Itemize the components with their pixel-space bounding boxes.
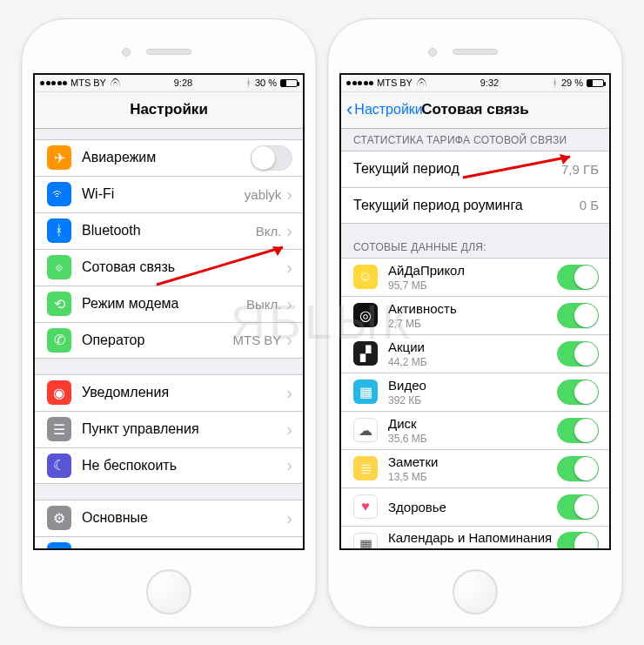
row-notifications[interactable]: ◉ Уведомления › <box>35 374 303 411</box>
row-general[interactable]: ⚙ Основные › <box>35 500 303 536</box>
row-bluetooth[interactable]: ᚼ Bluetooth Вкл. › <box>35 212 303 249</box>
app-switch[interactable] <box>557 341 599 366</box>
cellular-icon: ⟐ <box>47 255 71 279</box>
app-name: Акции <box>388 339 557 354</box>
back-label: Настройки <box>354 102 422 118</box>
row-airplane[interactable]: ✈ Авиарежим <box>35 139 303 176</box>
home-button[interactable] <box>146 569 191 615</box>
app-row[interactable]: ▦Видео392 КБ <box>341 373 609 411</box>
app-name: Активность <box>388 301 557 316</box>
app-icon: ♥ <box>353 494 378 519</box>
status-bar: MTS BY 9:32 ᚼ 29 % <box>341 75 609 92</box>
bluetooth-icon: ᚼ <box>552 77 558 89</box>
chevron-right-icon: › <box>286 508 292 528</box>
row-label: Не беспокоить <box>82 458 286 474</box>
app-row[interactable]: ≣Заметки13,5 МБ <box>341 449 609 487</box>
row-hotspot[interactable]: ⟲ Режим модема Выкл. › <box>35 286 303 322</box>
phone-camera <box>428 48 437 57</box>
row-cellular[interactable]: ⟐ Сотовая связь › <box>35 249 303 286</box>
airplane-icon: ✈ <box>47 145 71 170</box>
page-title: Настройки <box>130 101 208 118</box>
battery-icon <box>280 79 298 87</box>
screen-left: MTS BY 9:28 ᚼ 30 % Настройки ✈ Авиарежим <box>33 73 305 550</box>
bluetooth-icon: ᚼ <box>245 77 252 89</box>
app-size: 95,7 МБ <box>388 279 557 292</box>
phone-speaker <box>453 49 498 55</box>
chevron-right-icon: › <box>286 420 292 440</box>
chevron-right-icon: › <box>286 330 292 350</box>
chevron-left-icon: ‹ <box>346 100 352 119</box>
row-label: Сотовая связь <box>82 259 286 275</box>
phone-speaker <box>146 49 191 55</box>
back-button[interactable]: ‹ Настройки <box>346 100 423 119</box>
row-label: Bluetooth <box>82 223 256 239</box>
battery-icon <box>587 79 604 87</box>
app-icon: ▦ <box>353 533 378 548</box>
row-control-center[interactable]: ☰ Пункт управления › <box>35 411 303 447</box>
wifi-icon <box>110 78 121 87</box>
app-switch[interactable] <box>557 418 599 443</box>
nav-header: ‹ Настройки Сотовая связь <box>341 92 609 129</box>
chevron-right-icon: › <box>286 294 292 314</box>
wifi-settings-icon: ᯤ <box>47 182 71 206</box>
nav-header: Настройки <box>35 92 303 129</box>
row-value: 0 Б <box>580 198 599 212</box>
app-row[interactable]: ◎Активность2,7 МБ <box>341 296 609 334</box>
app-name: Календарь и Напоминания <box>388 530 557 545</box>
carrier-label: MTS BY <box>377 77 413 88</box>
row-label: Текущий период роуминга <box>353 198 580 213</box>
app-size: 13,5 МБ <box>388 471 557 483</box>
row-value: yablyk <box>245 187 282 202</box>
chevron-right-icon: › <box>286 185 292 205</box>
battery-pct: 30 % <box>255 77 277 88</box>
home-button[interactable] <box>453 569 498 615</box>
row-label: Пункт управления <box>82 421 286 437</box>
hotspot-icon: ⟲ <box>47 292 71 316</box>
app-icon: ☁ <box>353 418 378 442</box>
airplane-switch[interactable] <box>251 145 292 171</box>
app-switch[interactable] <box>557 532 599 548</box>
app-switch[interactable] <box>557 494 599 520</box>
row-dnd[interactable]: ☾ Не беспокоить › <box>35 447 303 484</box>
app-name: Здоровье <box>388 500 557 514</box>
carrier-icon: ✆ <box>47 328 71 353</box>
settings-list[interactable]: ✈ Авиарежим ᯤ Wi-Fi yablyk › ᚼ Bluetooth… <box>35 129 303 548</box>
app-icon: ▞ <box>353 341 378 366</box>
app-row[interactable]: ♥Здоровье <box>341 487 609 526</box>
row-display[interactable]: AA Экран и яркость › <box>35 536 303 548</box>
gear-icon: ⚙ <box>47 506 71 530</box>
row-current-period[interactable]: Текущий период 7,9 ГБ <box>341 151 609 187</box>
clock: 9:32 <box>480 77 499 88</box>
app-row[interactable]: ▞Акции44,2 МБ <box>341 334 609 373</box>
cellular-content[interactable]: СТАТИСТИКА ТАРИФА СОТОВОЙ СВЯЗИ Текущий … <box>341 129 609 548</box>
app-size: 2,7 МБ <box>388 318 557 330</box>
dnd-icon: ☾ <box>47 454 71 478</box>
app-switch[interactable] <box>557 380 599 405</box>
chevron-right-icon: › <box>286 221 292 241</box>
app-switch[interactable] <box>557 303 599 328</box>
app-row[interactable]: ▦Календарь и Напоминания7,0 МБ <box>341 526 609 548</box>
app-icon: ◎ <box>353 303 378 327</box>
status-bar: MTS BY 9:28 ᚼ 30 % <box>35 75 303 92</box>
app-row[interactable]: ☺АйДаПрикол95,7 МБ <box>341 258 609 296</box>
row-roaming-period[interactable]: Текущий период роуминга 0 Б <box>341 187 609 224</box>
app-size: 44,2 МБ <box>388 356 557 368</box>
row-wifi[interactable]: ᯤ Wi-Fi yablyk › <box>35 176 303 212</box>
app-switch[interactable] <box>557 456 599 481</box>
bluetooth-settings-icon: ᚼ <box>47 218 71 243</box>
app-name: Заметки <box>388 454 557 469</box>
row-carrier[interactable]: ✆ Оператор MTS BY › <box>35 322 303 359</box>
row-label: Режим модема <box>82 296 246 312</box>
app-icon: ▦ <box>353 380 378 404</box>
row-label: Авиарежим <box>82 150 251 165</box>
app-icon: ≣ <box>353 456 378 480</box>
app-size: 7,0 МБ <box>388 547 557 548</box>
row-label: Экран и яркость <box>82 547 286 548</box>
row-value: MTS BY <box>232 333 281 347</box>
app-row[interactable]: ☁Диск35,6 МБ <box>341 411 609 449</box>
display-icon: AA <box>47 542 71 548</box>
app-switch[interactable] <box>557 265 599 290</box>
row-label: Уведомления <box>82 385 286 400</box>
app-name: АйДаПрикол <box>388 263 557 278</box>
phone-left: MTS BY 9:28 ᚼ 30 % Настройки ✈ Авиарежим <box>21 18 317 628</box>
